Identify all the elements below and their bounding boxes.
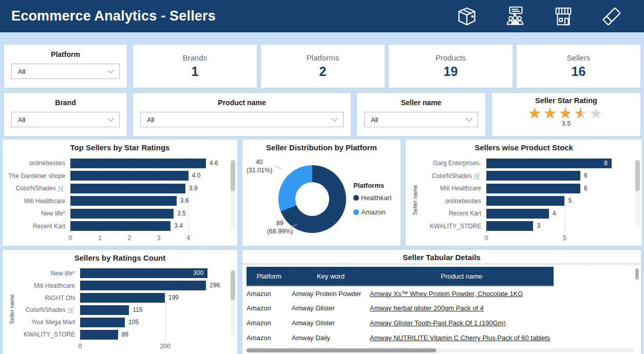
bar-value-label: 199 <box>168 293 179 303</box>
x-tick-label: 5 <box>563 234 566 242</box>
chevron-down-icon <box>107 115 114 122</box>
bar[interactable] <box>70 159 206 168</box>
bar-row: New life*300 <box>15 268 232 279</box>
package-icon[interactable] <box>455 5 479 28</box>
store-icon[interactable] <box>552 5 575 28</box>
x-tick-label: 4 <box>186 234 190 242</box>
category-label: ColorNShades 🛒 <box>8 185 70 192</box>
table-row: AmazonAmway GlisterAmway herbal glister … <box>247 301 554 316</box>
x-tick-label: 1 <box>98 234 102 242</box>
table-vertical-scrollbar[interactable] <box>635 268 639 280</box>
bar[interactable] <box>70 196 177 206</box>
platform-dropdown[interactable]: All <box>11 64 120 79</box>
legend-item-amazon[interactable]: Amazon <box>353 208 391 216</box>
product-name-cell: Amway Glister Tooth-Past Pack Of 1 (190G… <box>370 316 554 330</box>
chart-seller-distribution-by-platform: Seller Distribution by Platform 40 (31.0… <box>242 140 401 246</box>
product-name-slicer-card: Product name All <box>133 93 351 136</box>
category-label: Miti Healthcare <box>8 198 70 205</box>
kpi-value: 16 <box>572 64 586 79</box>
slicer-title: Seller name <box>357 99 485 107</box>
scrollbar-thumb[interactable] <box>247 348 436 352</box>
bar-row: onlinebesties5 <box>419 195 637 206</box>
table-horizontal-scrollbar[interactable] <box>247 348 634 352</box>
product-name-dropdown[interactable]: All <box>140 112 344 127</box>
bar[interactable] <box>486 171 580 181</box>
kpi-label: Brands <box>183 53 207 62</box>
bar[interactable] <box>70 209 174 219</box>
table-cell: Amway Daily <box>292 330 370 345</box>
bar[interactable] <box>70 221 171 231</box>
star-rating-title: Seller Star Rating <box>492 96 640 105</box>
chart-title: Seller Distribution by Platform <box>242 140 401 152</box>
category-label: The Gardener shope <box>8 172 70 180</box>
chevron-down-icon <box>331 115 338 122</box>
product-name-cell: Amway Xs™ Whey Protein Powder, Chocolate… <box>370 286 554 301</box>
bar[interactable] <box>80 268 207 278</box>
bar[interactable] <box>486 209 549 219</box>
bar-value-label: 5 <box>568 196 572 206</box>
bar[interactable] <box>70 184 185 193</box>
scrollbar-thumb[interactable] <box>231 270 235 301</box>
bar-row: KWALITY_STORE89 <box>15 329 232 340</box>
category-label: ColorNShades 🛒 <box>15 306 80 313</box>
chart-scrollbar[interactable] <box>231 160 235 228</box>
pie-slice-label: 40 (31.01%) <box>243 158 275 174</box>
product-link[interactable]: Amway Xs™ Whey Protein Powder, Chocolate… <box>370 290 523 298</box>
bar-row: Miti Healthcare3.6 <box>8 195 232 206</box>
table-row: AmazonAmway DailyAmway NUTRILITE Vitamin… <box>247 330 554 345</box>
bar[interactable] <box>486 184 580 193</box>
bar[interactable] <box>80 293 165 303</box>
label-leader-line <box>274 166 281 169</box>
bar[interactable] <box>80 305 129 315</box>
bar[interactable] <box>80 318 125 327</box>
table-cell: Amway Glister <box>292 316 370 330</box>
bar-value-label: 8 <box>604 159 608 168</box>
diamond-icon[interactable] <box>600 5 623 28</box>
table-row: AmazonAmway GlisterAmway Glister Tooth-P… <box>247 316 554 330</box>
seller-name-dropdown[interactable]: All <box>364 112 478 127</box>
chart-title: Sellers wise Product Stock <box>406 140 642 152</box>
kpi-label: Platforms <box>307 53 339 62</box>
x-tick-label: 200 <box>160 343 171 350</box>
x-tick-label: 0 <box>485 234 488 242</box>
slicer-title: Platform <box>4 50 127 58</box>
bar-value-label: 3.4 <box>174 221 183 231</box>
brand-dropdown[interactable]: All <box>11 112 120 127</box>
dropdown-value: All <box>18 68 25 75</box>
column-header-product-name[interactable]: Product name <box>370 267 554 286</box>
product-link[interactable]: Amway Glister Tooth-Past Pack Of 1 (190G… <box>370 319 506 327</box>
audience-icon[interactable] <box>503 5 527 28</box>
brand-slicer-card: Brand All <box>4 93 127 136</box>
product-link[interactable]: Amway herbal glister 200gm Pack of 4 <box>370 304 484 312</box>
divider <box>242 264 641 264</box>
product-link[interactable]: Amway NUTRILITE Vitamin C Cherry Plus,Pa… <box>370 334 551 342</box>
category-label: KWALITY_STORE <box>15 331 80 338</box>
bar[interactable] <box>486 159 612 168</box>
bar[interactable] <box>486 196 564 206</box>
bar[interactable] <box>80 281 206 290</box>
bar-row: Recent Kart4 <box>419 208 637 219</box>
kpi-label: Products <box>435 53 466 62</box>
bar[interactable] <box>70 171 188 181</box>
bar-value-label: 6 <box>584 184 588 193</box>
category-label: Recent Kart <box>8 223 70 230</box>
bar-row: The Gardener shope4.0 <box>8 170 232 181</box>
chart-scrollbar[interactable] <box>231 270 235 337</box>
bar[interactable] <box>80 330 118 340</box>
column-header-platform[interactable]: Platform <box>247 267 292 286</box>
star-fill: ★★★★★ <box>528 105 582 122</box>
slicer-title: Brand <box>4 99 127 107</box>
column-header-keyword[interactable]: Key word <box>292 267 370 286</box>
donut-hole <box>295 182 329 216</box>
bar-value-label: 115 <box>132 305 142 315</box>
scrollbar-thumb[interactable] <box>231 160 235 191</box>
seller-name-slicer-card: Seller name All <box>357 93 485 136</box>
table-cell: Amway Protein Powder <box>292 286 370 301</box>
bar-value-label: 3.9 <box>189 184 198 193</box>
x-tick-label: 3 <box>157 234 161 242</box>
chart-scrollbar[interactable] <box>635 160 640 228</box>
bar[interactable] <box>486 221 533 231</box>
scrollbar-thumb[interactable] <box>635 160 640 191</box>
legend-item-healthkart[interactable]: Healthkart <box>353 194 391 202</box>
category-label: Your Mega Mart <box>15 319 80 326</box>
